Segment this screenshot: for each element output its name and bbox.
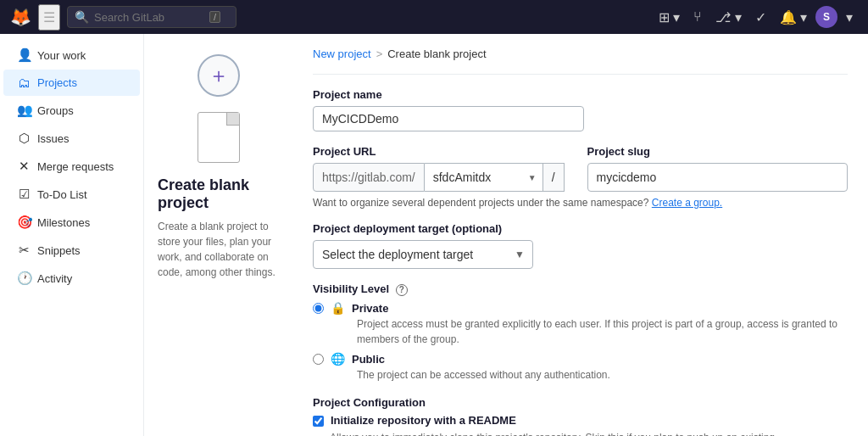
search-input[interactable] — [94, 11, 204, 24]
sidebar-label-snippets: Snippets — [37, 244, 81, 257]
sidebar-item-issues[interactable]: ⬡ Issues — [3, 125, 140, 152]
url-input-group: https://gitlab.com/ sfdcAmitdx ▼ / — [313, 163, 574, 192]
sidebar-item-todo[interactable]: ☑ To-Do List — [3, 181, 140, 208]
config-label: Project Configuration — [313, 396, 848, 409]
document-icon — [198, 112, 240, 163]
illustration-area: ＋ Create blank project Create a blank pr… — [144, 34, 292, 436]
private-radio-label[interactable]: 🔒 Private — [313, 301, 848, 315]
topnav-icons: ⊞ ▾ ⑂ ⎇ ▾ ✓ 🔔 ▾ S ▾ — [654, 6, 858, 29]
project-name-section: Project name — [313, 88, 848, 131]
groups-icon: 👥 — [17, 103, 31, 118]
url-slash: / — [543, 163, 565, 192]
sidebar-item-activity[interactable]: 🕐 Activity — [3, 265, 140, 292]
deployment-label: Project deployment target (optional) — [313, 222, 848, 235]
sidebar: 👤 Your work 🗂 Projects 👥 Groups ⬡ Issues… — [0, 34, 144, 436]
breadcrumb-current: Create blank project — [387, 48, 486, 60]
your-work-icon: 👤 — [17, 48, 31, 63]
sidebar-label-projects: Projects — [37, 76, 77, 89]
sidebar-item-projects[interactable]: 🗂 Projects — [3, 70, 140, 96]
public-radio[interactable] — [313, 354, 324, 365]
hamburger-button[interactable]: ☰ — [38, 4, 60, 31]
illustration-title: Create blank project — [158, 176, 279, 212]
public-desc: The project can be accessed without any … — [357, 367, 848, 383]
project-slug-input[interactable] — [587, 163, 849, 192]
slash-hint: / — [209, 11, 220, 23]
sidebar-item-merge-requests[interactable]: ✕ Merge requests — [3, 153, 140, 180]
sidebar-item-your-work[interactable]: 👤 Your work — [3, 42, 140, 69]
private-radio[interactable] — [313, 303, 324, 314]
sidebar-label-activity: Activity — [37, 272, 72, 285]
globe-icon: 🌐 — [331, 352, 345, 366]
project-name-input[interactable] — [313, 106, 584, 131]
visibility-help-icon[interactable]: ? — [396, 284, 408, 296]
visibility-label: Visibility Level ? — [313, 282, 848, 296]
create-project-form: New project > Create blank project Proje… — [292, 34, 868, 436]
visibility-options: 🔒 Private Project access must be granted… — [313, 301, 848, 383]
snippets-icon: ✂ — [17, 243, 31, 258]
sidebar-label-merge-requests: Merge requests — [37, 160, 114, 173]
deployment-select[interactable]: Select the deployment target — [313, 240, 533, 269]
issues-icon: ⬡ — [17, 131, 31, 146]
grid-button[interactable]: ⊞ ▾ — [654, 6, 685, 29]
url-base: https://gitlab.com/ — [313, 163, 425, 192]
activity-icon: 🕐 — [17, 271, 31, 286]
deployment-target-section: Project deployment target (optional) Sel… — [313, 222, 848, 269]
readme-title: Initialize repository with a README — [331, 414, 516, 427]
gitlab-logo: 🦊 — [10, 7, 31, 27]
main-layout: 👤 Your work 🗂 Projects 👥 Groups ⬡ Issues… — [0, 34, 868, 436]
readme-checkbox[interactable] — [313, 416, 324, 427]
main-content: ＋ Create blank project Create a blank pr… — [144, 34, 868, 436]
deployment-select-wrap: Select the deployment target ▼ — [313, 240, 533, 269]
private-option: 🔒 Private Project access must be granted… — [313, 301, 848, 347]
sidebar-item-milestones[interactable]: 🎯 Milestones — [3, 209, 140, 236]
sidebar-label-issues: Issues — [37, 132, 70, 145]
public-radio-label[interactable]: 🌐 Public — [313, 352, 848, 366]
project-slug-label: Project slug — [587, 145, 849, 158]
illustration-description: Create a blank project to store your fil… — [158, 219, 279, 280]
projects-icon: 🗂 — [17, 75, 31, 90]
bell-button[interactable]: 🔔 ▾ — [775, 6, 812, 29]
merge-requests-icon: ✕ — [17, 159, 31, 174]
sidebar-label-your-work: Your work — [37, 49, 86, 62]
project-url-label: Project URL — [313, 145, 574, 158]
project-name-label: Project name — [313, 88, 848, 101]
sidebar-label-groups: Groups — [37, 104, 74, 117]
avatar-dropdown[interactable]: ▾ — [841, 6, 858, 29]
readme-checkbox-label[interactable]: Initialize repository with a README — [313, 414, 848, 427]
search-bar[interactable]: 🔍 / — [67, 6, 236, 28]
todo-button[interactable]: ✓ — [750, 6, 771, 29]
create-group-link[interactable]: Create a group. — [652, 197, 722, 209]
project-url-section: Project URL https://gitlab.com/ sfdcAmit… — [313, 145, 848, 209]
todo-icon: ☑ — [17, 187, 31, 202]
avatar[interactable]: S — [815, 6, 837, 28]
readme-desc: Allows you to immediately clone this pro… — [330, 430, 821, 436]
sidebar-item-groups[interactable]: 👥 Groups — [3, 97, 140, 124]
merge-button[interactable]: ⑂ — [688, 6, 707, 28]
project-config-section: Project Configuration Initialize reposit… — [313, 396, 848, 436]
public-option: 🌐 Public The project can be accessed wit… — [313, 352, 848, 383]
breadcrumb-separator: > — [376, 48, 383, 60]
search-icon: 🔍 — [75, 10, 89, 24]
namespace-hint: Want to organize several dependent proje… — [313, 197, 848, 209]
namespace-select-wrap: sfdcAmitdx ▼ — [425, 163, 543, 192]
sidebar-item-snippets[interactable]: ✂ Snippets — [3, 237, 140, 264]
milestones-icon: 🎯 — [17, 215, 31, 230]
breadcrumb: New project > Create blank project — [313, 48, 848, 60]
sidebar-label-todo: To-Do List — [37, 188, 87, 201]
visibility-section: Visibility Level ? 🔒 Private Project acc… — [313, 282, 848, 383]
sidebar-label-milestones: Milestones — [37, 216, 90, 229]
private-title: Private — [352, 302, 388, 315]
public-title: Public — [352, 353, 385, 366]
topnav: 🦊 ☰ 🔍 / ⊞ ▾ ⑂ ⎇ ▾ ✓ 🔔 ▾ S ▾ — [0, 0, 868, 34]
breadcrumb-divider — [313, 74, 848, 75]
namespace-select[interactable]: sfdcAmitdx — [425, 163, 543, 192]
lock-icon: 🔒 — [331, 301, 345, 315]
branch-button[interactable]: ⎇ ▾ — [710, 6, 746, 29]
private-desc: Project access must be granted explicitl… — [357, 316, 848, 347]
plus-circle-icon: ＋ — [198, 54, 240, 97]
readme-option: Initialize repository with a README Allo… — [313, 414, 848, 436]
breadcrumb-parent[interactable]: New project — [313, 48, 371, 60]
